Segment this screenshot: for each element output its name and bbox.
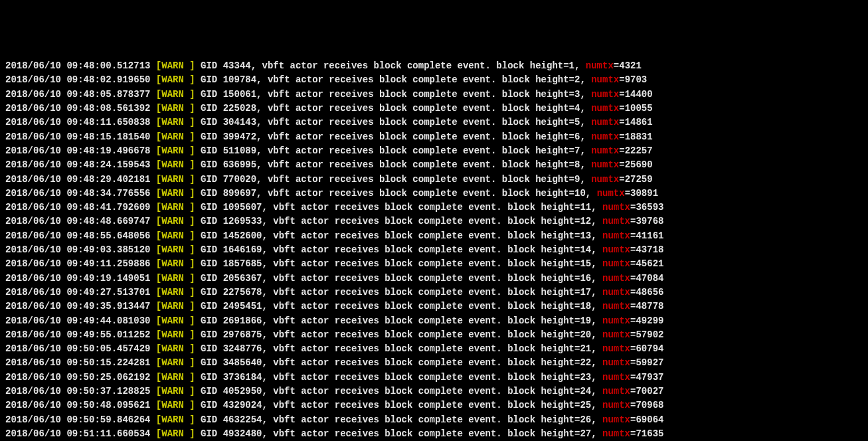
log-gid-prefix: GID xyxy=(201,132,217,142)
log-numtx-key: numtx xyxy=(602,315,630,326)
log-gid-value: 109784 xyxy=(223,74,256,85)
log-level-warn: [WARN ] xyxy=(156,386,195,397)
log-message: GID 2056367, vbft actor receives block c… xyxy=(201,273,602,284)
log-event-text: vbft actor receives block complete event… xyxy=(273,372,580,383)
log-gid-value: 1269533 xyxy=(223,216,262,226)
log-block-height: 3 xyxy=(574,89,580,100)
log-line: 2018/06/10 09:48:00.512713 [WARN ] GID 4… xyxy=(5,59,863,73)
log-message: GID 1857685, vbft actor receives block c… xyxy=(201,258,602,269)
log-gid-value: 1095607 xyxy=(223,202,262,213)
log-level-warn: [WARN ] xyxy=(156,216,195,226)
log-timestamp: 2018/06/10 09:48:34.776556 xyxy=(5,188,150,199)
log-level-warn: [WARN ] xyxy=(156,343,195,354)
log-line: 2018/06/10 09:49:11.259886 [WARN ] GID 1… xyxy=(5,257,863,271)
log-line: 2018/06/10 09:50:37.128825 [WARN ] GID 4… xyxy=(5,385,863,398)
log-event-text: vbft actor receives block complete event… xyxy=(268,145,574,156)
log-block-height: 23 xyxy=(580,372,591,383)
log-gid-value: 43344 xyxy=(223,60,251,71)
log-block-height: 4 xyxy=(574,103,580,114)
log-timestamp: 2018/06/10 09:48:08.561392 xyxy=(5,103,150,114)
log-gid-prefix: GID xyxy=(201,301,217,311)
log-gid-value: 511089 xyxy=(223,145,256,156)
log-timestamp: 2018/06/10 09:48:00.512713 xyxy=(5,60,150,71)
log-numtx-key: numtx xyxy=(602,273,630,284)
log-level-warn: [WARN ] xyxy=(156,287,195,298)
log-level-warn: [WARN ] xyxy=(156,329,195,340)
log-gid-prefix: GID xyxy=(201,230,217,241)
terminal-log-output: 2018/06/10 09:48:00.512713 [WARN ] GID 4… xyxy=(5,59,863,441)
log-message: GID 3248776, vbft actor receives block c… xyxy=(201,343,602,354)
log-numtx-key: numtx xyxy=(602,216,630,226)
log-line: 2018/06/10 09:49:44.081030 [WARN ] GID 2… xyxy=(5,314,863,328)
log-numtx-value: 39768 xyxy=(636,216,663,226)
log-level-warn: [WARN ] xyxy=(156,372,195,383)
log-timestamp: 2018/06/10 09:49:27.513701 xyxy=(5,287,150,298)
log-gid-value: 2976875 xyxy=(223,329,262,340)
log-timestamp: 2018/06/10 09:48:11.650838 xyxy=(5,117,150,128)
log-level-warn: [WARN ] xyxy=(156,414,195,425)
log-gid-value: 1452600 xyxy=(223,230,262,241)
log-numtx-value: 48656 xyxy=(636,287,663,298)
log-timestamp: 2018/06/10 09:50:25.062192 xyxy=(5,372,150,383)
log-gid-prefix: GID xyxy=(201,414,217,425)
log-numtx-value: 41161 xyxy=(636,230,663,241)
log-numtx-value: 45621 xyxy=(636,258,663,269)
log-event-text: vbft actor receives block complete event… xyxy=(273,287,580,298)
log-level-warn: [WARN ] xyxy=(156,132,195,142)
log-timestamp: 2018/06/10 09:48:41.792609 xyxy=(5,202,150,213)
log-gid-value: 304143 xyxy=(223,117,256,128)
log-numtx-value: 30891 xyxy=(630,188,658,199)
log-line: 2018/06/10 09:49:55.011252 [WARN ] GID 2… xyxy=(5,328,863,342)
log-message: GID 150061, vbft actor receives block co… xyxy=(201,89,591,100)
log-level-warn: [WARN ] xyxy=(156,400,195,410)
log-event-text: vbft actor receives block complete event… xyxy=(273,386,580,397)
log-block-height: 2 xyxy=(574,74,580,85)
log-gid-value: 2056367 xyxy=(223,273,262,284)
log-numtx-value: 25690 xyxy=(625,159,653,170)
log-line: 2018/06/10 09:48:29.402181 [WARN ] GID 7… xyxy=(5,173,863,187)
log-message: GID 1095607, vbft actor receives block c… xyxy=(201,202,602,213)
log-gid-value: 2495451 xyxy=(223,301,262,311)
log-timestamp: 2018/06/10 09:48:29.402181 xyxy=(5,174,150,185)
log-level-warn: [WARN ] xyxy=(156,202,195,213)
log-numtx-key: numtx xyxy=(591,89,619,100)
log-block-height: 20 xyxy=(580,329,591,340)
log-event-text: vbft actor receives block complete event… xyxy=(268,74,574,85)
log-gid-prefix: GID xyxy=(201,357,217,368)
log-numtx-value: 14400 xyxy=(625,89,653,100)
log-timestamp: 2018/06/10 09:50:59.846264 xyxy=(5,414,150,425)
log-message: GID 399472, vbft actor receives block co… xyxy=(201,132,591,142)
log-gid-prefix: GID xyxy=(201,372,217,383)
log-numtx-key: numtx xyxy=(591,103,619,114)
log-line: 2018/06/10 09:48:34.776556 [WARN ] GID 8… xyxy=(5,187,863,201)
log-gid-prefix: GID xyxy=(201,244,217,255)
log-message: GID 43344, vbft actor receives block com… xyxy=(201,60,586,71)
log-numtx-value: 71635 xyxy=(636,428,663,439)
log-numtx-key: numtx xyxy=(602,414,630,425)
log-gid-value: 3485640 xyxy=(223,357,262,368)
log-block-height: 26 xyxy=(580,414,591,425)
log-block-height: 12 xyxy=(580,216,591,226)
log-gid-value: 225028 xyxy=(223,103,256,114)
log-block-height: 10 xyxy=(574,188,586,199)
log-level-warn: [WARN ] xyxy=(156,117,195,128)
log-timestamp: 2018/06/10 09:51:11.660534 xyxy=(5,428,150,439)
log-message: GID 4329024, vbft actor receives block c… xyxy=(201,400,602,410)
log-timestamp: 2018/06/10 09:48:15.181540 xyxy=(5,132,150,142)
log-gid-prefix: GID xyxy=(201,103,217,114)
log-timestamp: 2018/06/10 09:50:48.095621 xyxy=(5,400,150,410)
log-event-text: vbft actor receives block complete event… xyxy=(273,329,580,340)
log-numtx-value: 59927 xyxy=(636,357,663,368)
log-numtx-value: 70027 xyxy=(636,386,663,397)
log-numtx-value: 4321 xyxy=(619,60,642,71)
log-event-text: vbft actor receives block complete event… xyxy=(273,414,580,425)
log-numtx-key: numtx xyxy=(586,60,614,71)
log-timestamp: 2018/06/10 09:49:11.259886 xyxy=(5,258,150,269)
log-block-height: 15 xyxy=(580,258,591,269)
log-gid-value: 399472 xyxy=(223,132,256,142)
log-event-text: vbft actor receives block complete event… xyxy=(273,230,580,241)
log-gid-prefix: GID xyxy=(201,60,217,71)
log-message: GID 225028, vbft actor receives block co… xyxy=(201,103,591,114)
log-message: GID 1646169, vbft actor receives block c… xyxy=(201,244,602,255)
log-line: 2018/06/10 09:48:48.669747 [WARN ] GID 1… xyxy=(5,215,863,228)
